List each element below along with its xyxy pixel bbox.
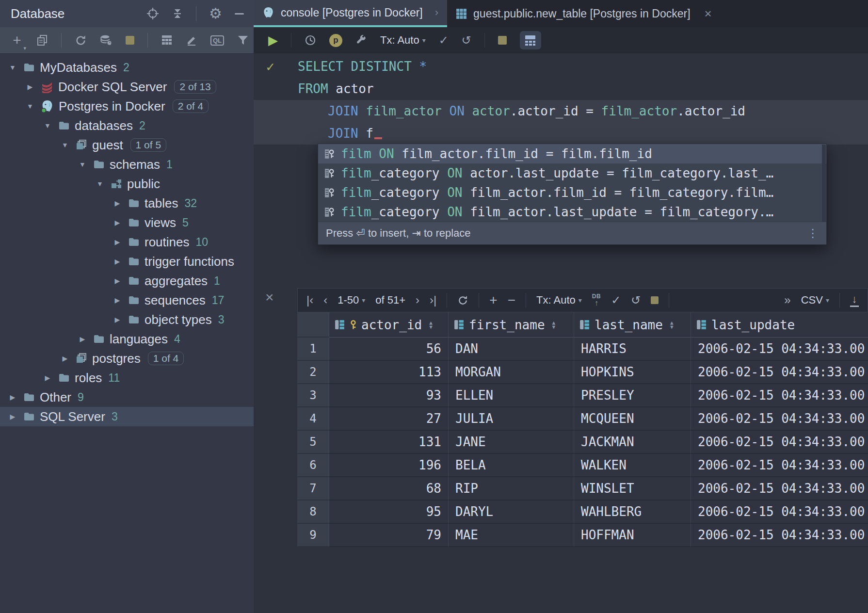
cell-first-name[interactable]: DAN [449, 338, 574, 361]
table-row[interactable]: 393ELLENPRESLEY2006-02-15 04:34:33.00 [297, 384, 868, 407]
stop-icon[interactable] [126, 36, 134, 45]
chevron-down-icon[interactable]: ▼ [59, 141, 71, 149]
cell-first-name[interactable]: RIP [449, 477, 574, 500]
completion-item[interactable]: film_category ON actor.last_update = fil… [318, 163, 826, 183]
tree-item-trigger-functions[interactable]: ▶trigger functions [0, 252, 254, 271]
table-row[interactable]: 6196BELAWALKEN2006-02-15 04:34:33.00 [297, 454, 868, 477]
tree-item-mydatabases[interactable]: ▼MyDatabases2 [0, 58, 254, 77]
download-icon[interactable]: ↓ [850, 294, 859, 307]
chevron-down-icon[interactable]: ▼ [24, 102, 36, 110]
collapse-all-icon[interactable] [172, 8, 183, 19]
cell-last-update[interactable]: 2006-02-15 04:34:33.00 [691, 384, 868, 407]
column-header-last_update[interactable]: last_update [691, 312, 868, 338]
previous-page-icon[interactable]: ‹ [323, 294, 327, 306]
cell-first-name[interactable]: ELLEN [449, 384, 574, 407]
table-row[interactable]: 427JULIAMCQUEEN2006-02-15 04:34:33.00 [297, 407, 868, 431]
tree-item-schemas[interactable]: ▼schemas1 [0, 155, 254, 174]
popup-scrollbar[interactable] [822, 145, 826, 222]
cell-last-name[interactable]: MCQUEEN [574, 407, 691, 431]
duplicate-icon[interactable] [36, 34, 48, 46]
submit-to-database-icon[interactable]: DB↑ [592, 293, 601, 307]
profiler-icon[interactable]: p [329, 34, 342, 47]
sql-line-4[interactable]: JOIN f [254, 122, 868, 145]
table-view-icon[interactable] [161, 34, 173, 46]
chevron-right-icon[interactable]: ▶ [112, 316, 123, 323]
tree-item-tables[interactable]: ▶tables32 [0, 194, 254, 213]
tree-item-other[interactable]: ▶Other9 [0, 387, 254, 407]
add-row-icon[interactable]: + [489, 293, 497, 307]
chevron-right-icon[interactable]: ▶ [112, 199, 123, 207]
delete-row-icon[interactable]: − [508, 293, 515, 307]
cell-first-name[interactable]: MORGAN [449, 361, 574, 384]
column-header-last_name[interactable]: last_name▲▼ [574, 312, 691, 338]
edit-icon[interactable] [186, 34, 197, 46]
chevron-right-icon[interactable]: ▶ [112, 277, 123, 285]
commit-check-icon[interactable]: ✓ [611, 294, 621, 306]
table-row[interactable]: 768RIPWINSLET2006-02-15 04:34:33.00 [297, 477, 868, 500]
cell-last-update[interactable]: 2006-02-15 04:34:33.00 [691, 477, 868, 500]
table-row[interactable]: 156DANHARRIS2006-02-15 04:34:33.00 [297, 338, 868, 361]
cell-last-update[interactable]: 2006-02-15 04:34:33.00 [691, 431, 868, 454]
cell-last-name[interactable]: PRESLEY [574, 384, 691, 407]
next-page-icon[interactable]: › [416, 294, 419, 306]
first-page-icon[interactable]: |‹ [306, 294, 313, 306]
cell-last-name[interactable]: WAHLBERG [574, 500, 691, 524]
cell-first-name[interactable]: BELA [449, 454, 574, 477]
data-source-properties-icon[interactable] [100, 34, 113, 46]
cell-actor-id[interactable]: 196 [329, 454, 449, 477]
sql-line-2[interactable]: FROM actor [254, 78, 868, 100]
chevron-down-icon[interactable]: ▼ [77, 161, 88, 168]
add-icon[interactable]: +▾ [11, 33, 23, 48]
chevron-right-icon[interactable]: ▶ [24, 83, 36, 91]
cell-last-update[interactable]: 2006-02-15 04:34:33.00 [691, 500, 868, 524]
tab-console[interactable]: console [Postgres in Docker]› [254, 0, 447, 27]
settings-wrench-icon[interactable] [355, 34, 367, 46]
cell-actor-id[interactable]: 113 [329, 361, 449, 384]
sql-line-1[interactable]: ✓SELECT DISTINCT * [254, 55, 868, 78]
rollback-icon[interactable]: ↺ [631, 294, 641, 306]
cell-first-name[interactable]: JULIA [449, 407, 574, 431]
export-format-select[interactable]: CSV▾ [801, 294, 829, 306]
completion-item[interactable]: film_category ON film_actor.film_id = fi… [318, 183, 826, 202]
chevron-right-icon[interactable]: ▶ [59, 355, 71, 362]
cell-actor-id[interactable]: 131 [329, 431, 449, 454]
tx-mode-select[interactable]: Tx: Auto▾ [380, 34, 426, 47]
tree-item-sequences[interactable]: ▶sequences17 [0, 290, 254, 310]
results-tx-mode-select[interactable]: Tx: Auto▾ [536, 294, 582, 306]
column-header-actor_id[interactable]: actor_id▲▼ [329, 312, 449, 338]
chevron-down-icon[interactable]: ▼ [7, 64, 18, 71]
tree-item-public[interactable]: ▼public [0, 174, 254, 194]
chevron-right-icon[interactable]: ▶ [112, 296, 123, 304]
cell-actor-id[interactable]: 27 [329, 407, 449, 431]
tree-item-databases[interactable]: ▼databases2 [0, 116, 254, 135]
cell-last-name[interactable]: WINSLET [574, 477, 691, 500]
stop-icon[interactable] [651, 296, 659, 304]
cell-last-name[interactable]: JACKMAN [574, 431, 691, 454]
console-icon[interactable]: QL [210, 35, 224, 46]
sort-arrows-icon[interactable]: ▲▼ [429, 321, 433, 329]
chevron-right-icon[interactable]: ▶ [77, 335, 88, 343]
tree-item-postgres-in-docker[interactable]: ▼Postgres in Docker2 of 4 [0, 97, 254, 116]
cell-last-name[interactable]: HARRIS [574, 338, 691, 361]
cell-last-name[interactable]: WALKEN [574, 454, 691, 477]
rollback-icon[interactable]: ↺ [462, 34, 471, 46]
kebab-menu-icon[interactable]: ⋮ [807, 226, 819, 240]
cell-last-update[interactable]: 2006-02-15 04:34:33.00 [691, 454, 868, 477]
refresh-icon[interactable] [75, 34, 87, 47]
cell-first-name[interactable]: JANE [449, 431, 574, 454]
tab-table[interactable]: guest.public.new_table [Postgres in Dock… [447, 0, 721, 27]
tree-item-aggregates[interactable]: ▶aggregates1 [0, 271, 254, 290]
cell-last-name[interactable]: HOFFMAN [574, 524, 691, 547]
more-options-icon[interactable]: » [784, 294, 790, 306]
cell-first-name[interactable]: DARYL [449, 500, 574, 524]
tree-item-roles[interactable]: ▶roles11 [0, 368, 254, 387]
history-icon[interactable] [305, 34, 316, 46]
table-row[interactable]: 895DARYLWAHLBERG2006-02-15 04:34:33.00 [297, 500, 868, 524]
tab-chevron-icon[interactable]: › [435, 6, 438, 19]
locate-icon[interactable] [146, 7, 159, 20]
chevron-right-icon[interactable]: ▶ [112, 219, 123, 226]
reload-data-icon[interactable] [457, 295, 468, 306]
completion-item[interactable]: film ON film_actor.film_id = film.film_i… [318, 144, 826, 163]
run-button[interactable]: ▶ [268, 34, 278, 47]
chevron-right-icon[interactable]: ▶ [7, 413, 18, 420]
